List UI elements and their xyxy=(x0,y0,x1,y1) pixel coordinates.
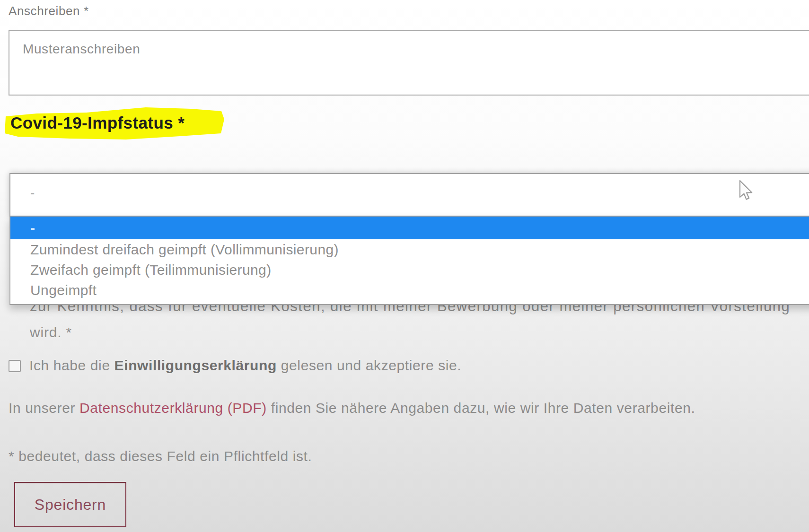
dropdown-option-empty[interactable]: - xyxy=(10,217,809,239)
anschreiben-label: Anschreiben * xyxy=(9,4,89,18)
kosten-consent-last-line: wird. * xyxy=(30,324,72,340)
anschreiben-textarea[interactable]: Musteranschreiben xyxy=(9,30,809,96)
datenschutz-text-after: finden Sie nähere Angaben dazu, wie wir … xyxy=(267,400,695,416)
einwilligung-checkbox[interactable] xyxy=(9,360,21,372)
impfstatus-select[interactable]: - xyxy=(9,173,809,217)
impfstatus-selected-value: - xyxy=(10,174,809,201)
einwilligung-label: Ich habe die Einwilligungserklärung gele… xyxy=(29,358,461,374)
einwilligung-text-after: gelesen und akzeptiere sie. xyxy=(277,358,461,373)
datenschutz-paragraph: In unserer Datenschutzerklärung (PDF) fi… xyxy=(9,400,695,416)
datenschutz-text-before: In unserer xyxy=(9,400,79,416)
save-button[interactable]: Speichern xyxy=(14,482,126,527)
dropdown-option-ungeimpft[interactable]: Ungeimpft xyxy=(10,280,809,300)
dropdown-option-zweifach-geimpft[interactable]: Zweifach geimpft (Teilimmunisierung) xyxy=(10,260,809,280)
einwilligung-text-before: Ich habe die xyxy=(29,358,114,373)
impfstatus-dropdown-list: - Zumindest dreifach geimpft (Vollimmuni… xyxy=(9,217,809,305)
application-form-page: Anschreiben * Musteranschreiben Covid-19… xyxy=(0,0,809,532)
dropdown-option-dreifach-geimpft[interactable]: Zumindest dreifach geimpft (Vollimmunisi… xyxy=(10,239,809,260)
required-field-note: * bedeutet, dass dieses Feld ein Pflicht… xyxy=(9,448,312,464)
impfstatus-label: Covid-19-Impfstatus * xyxy=(10,113,185,132)
einwilligung-text-bold: Einwilligungserklärung xyxy=(114,358,277,373)
anschreiben-textarea-value: Musteranschreiben xyxy=(9,31,809,57)
impfstatus-label-block: Covid-19-Impfstatus * xyxy=(4,105,236,144)
datenschutzerklaerung-pdf-link[interactable]: Datenschutzerklärung (PDF) xyxy=(79,400,267,416)
